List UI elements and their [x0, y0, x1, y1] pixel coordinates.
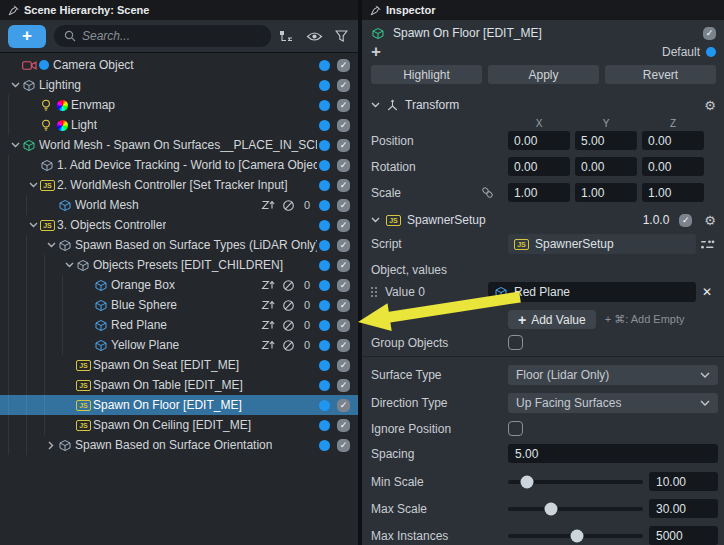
chevron-down-icon[interactable]: [371, 217, 380, 223]
render-layer-icon[interactable]: [261, 339, 275, 351]
render-layer-icon[interactable]: [261, 319, 275, 331]
tree-row-orange-box[interactable]: Orange Box0✓: [0, 275, 358, 295]
tree-row-camera-object[interactable]: Camera Object✓: [0, 55, 358, 75]
render-disabled-icon[interactable]: [282, 279, 295, 292]
tree-row-objects-presets-edit-children[interactable]: Objects Presets [EDIT_CHILDREN]✓: [0, 255, 358, 275]
position-x-field[interactable]: [508, 131, 570, 150]
tree-row-yellow-plane[interactable]: Yellow Plane0✓: [0, 335, 358, 355]
tree-row-envmap[interactable]: Envmap✓: [0, 95, 358, 115]
max-scale-value[interactable]: [649, 499, 718, 518]
revert-button[interactable]: Revert: [605, 65, 716, 84]
visibility-dot-toggle[interactable]: [319, 300, 330, 311]
visibility-dot-toggle[interactable]: [319, 380, 330, 391]
render-disabled-icon[interactable]: [282, 299, 295, 312]
enabled-checkbox[interactable]: ✓: [337, 379, 350, 392]
render-layer-icon[interactable]: [261, 199, 275, 211]
rotation-y-field[interactable]: [575, 157, 637, 176]
tree-row-spawn-on-table-edit-me[interactable]: JSSpawn On Table [EDIT_ME]✓: [0, 375, 358, 395]
tree-row-1-add-device-tracking-world-to-camera-objec[interactable]: 1. Add Device Tracking - World to [Camer…: [0, 155, 358, 175]
tree-row-spawn-on-floor-edit-me[interactable]: JSSpawn On Floor [EDIT_ME]✓: [0, 395, 358, 415]
tree-row-world-mesh-spawn-on-surfaces-place-in-sce[interactable]: World Mesh - Spawn On Surfaces__PLACE_IN…: [0, 135, 358, 155]
remove-value-button[interactable]: ✕: [696, 285, 718, 299]
apply-button[interactable]: Apply: [488, 65, 599, 84]
value0-object-field[interactable]: Red Plane: [488, 282, 696, 302]
visibility-dot-toggle[interactable]: [319, 160, 330, 171]
gear-icon[interactable]: ⚙: [704, 99, 716, 112]
visibility-dot-toggle[interactable]: [319, 60, 330, 71]
expander-closed-icon[interactable]: [44, 441, 58, 450]
highlight-button[interactable]: Highlight: [371, 65, 482, 84]
filter-icon[interactable]: [335, 30, 348, 42]
enabled-checkbox[interactable]: ✓: [337, 299, 350, 312]
tree-row-spawn-based-on-surface-orientation[interactable]: Spawn Based on Surface Orientation✓: [0, 435, 358, 455]
group-objects-checkbox[interactable]: [508, 335, 523, 350]
scale-z-field[interactable]: [642, 183, 704, 202]
tree-row-lighting[interactable]: Lighting✓: [0, 75, 358, 95]
enabled-checkbox[interactable]: ✓: [337, 279, 350, 292]
pin-icon[interactable]: [8, 5, 19, 16]
expander-open-icon[interactable]: [44, 242, 58, 248]
enabled-checkbox[interactable]: ✓: [337, 419, 350, 432]
enabled-checkbox[interactable]: ✓: [337, 359, 350, 372]
max-scale-slider[interactable]: [508, 507, 643, 511]
max-instances-slider[interactable]: [508, 534, 643, 538]
visibility-dot-toggle[interactable]: [319, 80, 330, 91]
visibility-dot-toggle[interactable]: [319, 240, 330, 251]
visibility-dot-toggle[interactable]: [319, 200, 330, 211]
tree-row-blue-sphere[interactable]: Blue Sphere0✓: [0, 295, 358, 315]
visibility-dot-toggle[interactable]: [319, 180, 330, 191]
visibility-dot-toggle[interactable]: [319, 360, 330, 371]
enabled-checkbox[interactable]: ✓: [337, 239, 350, 252]
tree-row-red-plane[interactable]: Red Plane0✓: [0, 315, 358, 335]
enabled-checkbox[interactable]: ✓: [337, 179, 350, 192]
visibility-dot-toggle[interactable]: [319, 100, 330, 111]
position-z-field[interactable]: [642, 131, 704, 150]
visibility-dot-toggle[interactable]: [319, 340, 330, 351]
tree-row-spawn-on-seat-edit-me[interactable]: JSSpawn On Seat [EDIT_ME]✓: [0, 355, 358, 375]
expander-open-icon[interactable]: [62, 262, 76, 268]
direction-type-dropdown[interactable]: Up Facing Surfaces: [508, 393, 718, 413]
visibility-dot-toggle[interactable]: [319, 220, 330, 231]
object-enabled-toggle[interactable]: ✓: [703, 27, 716, 40]
enabled-checkbox[interactable]: ✓: [337, 79, 350, 92]
visibility-dot-toggle[interactable]: [319, 260, 330, 271]
tree-row-light[interactable]: Light✓: [0, 115, 358, 135]
slider-thumb[interactable]: [545, 502, 558, 515]
enabled-checkbox[interactable]: ✓: [337, 159, 350, 172]
link-scale-icon[interactable]: [481, 186, 508, 199]
enabled-checkbox[interactable]: ✓: [337, 139, 350, 152]
spawnersetup-section-header[interactable]: JS SpawnerSetup 1.0.0 ✓ ⚙: [362, 207, 724, 232]
expander-open-icon[interactable]: [26, 222, 40, 228]
render-disabled-icon[interactable]: [282, 339, 295, 352]
pin-icon[interactable]: [370, 5, 381, 16]
tree-row-2-worldmesh-controller-set-tracker-input[interactable]: JS2. WorldMesh Controller [Set Tracker I…: [0, 175, 358, 195]
expander-open-icon[interactable]: [26, 182, 40, 188]
ignore-position-checkbox[interactable]: [508, 421, 523, 436]
max-instances-value[interactable]: [649, 526, 718, 545]
scale-x-field[interactable]: [508, 183, 570, 202]
enabled-checkbox[interactable]: ✓: [337, 119, 350, 132]
add-component-button[interactable]: +: [371, 45, 381, 59]
render-disabled-icon[interactable]: [282, 199, 295, 212]
visibility-dot-toggle[interactable]: [319, 400, 330, 411]
surface-type-dropdown[interactable]: Floor (Lidar Only): [508, 365, 718, 385]
render-disabled-icon[interactable]: [282, 319, 295, 332]
enabled-checkbox[interactable]: ✓: [337, 99, 350, 112]
enabled-checkbox[interactable]: ✓: [337, 339, 350, 352]
scale-y-field[interactable]: [575, 183, 637, 202]
visibility-dot-toggle[interactable]: [319, 320, 330, 331]
render-layer-icon[interactable]: [261, 299, 275, 311]
expander-open-icon[interactable]: [8, 82, 22, 88]
visibility-dot-toggle[interactable]: [319, 120, 330, 131]
rotation-z-field[interactable]: [642, 157, 704, 176]
enabled-checkbox[interactable]: ✓: [337, 439, 350, 452]
tree-row-world-mesh[interactable]: World Mesh0✓: [0, 195, 358, 215]
min-scale-value[interactable]: [649, 472, 718, 491]
search-input[interactable]: Search...: [54, 25, 271, 47]
enabled-checkbox[interactable]: ✓: [337, 199, 350, 212]
visibility-eye-icon[interactable]: [306, 31, 323, 42]
enabled-checkbox[interactable]: ✓: [337, 219, 350, 232]
visibility-dot-toggle[interactable]: [319, 440, 330, 451]
enabled-checkbox[interactable]: ✓: [337, 59, 350, 72]
expander-open-icon[interactable]: [8, 142, 22, 148]
